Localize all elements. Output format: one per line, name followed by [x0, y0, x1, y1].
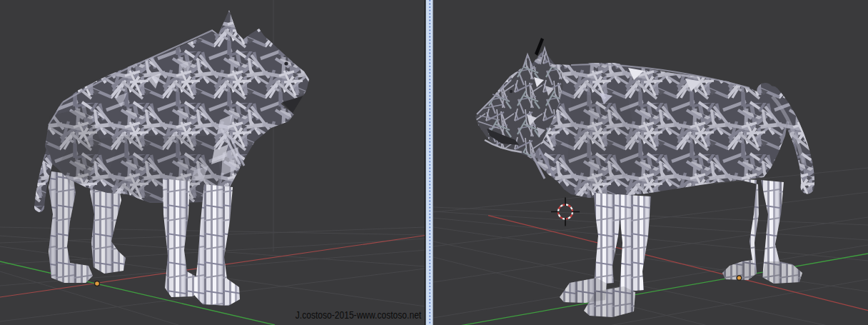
svg-text:J.costoso-2015-www.costoso.net: J.costoso-2015-www.costoso.net	[296, 309, 422, 321]
